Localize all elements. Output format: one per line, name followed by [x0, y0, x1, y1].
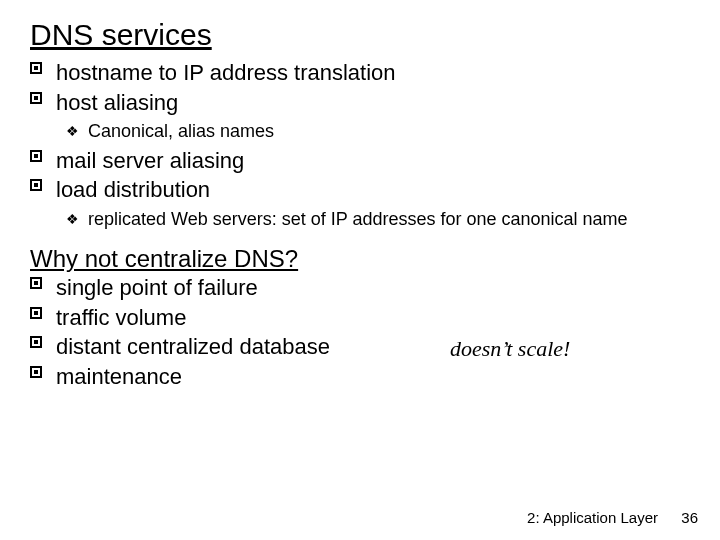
list-item: distant centralized database	[30, 333, 690, 361]
sub-list-item: ❖ Canonical, alias names	[30, 120, 690, 143]
list-item: single point of failure	[30, 274, 690, 302]
diamond-bullet-icon: ❖	[66, 124, 79, 138]
list-item-text: hostname to IP address translation	[56, 60, 396, 85]
list-item-text: load distribution	[56, 177, 210, 202]
heading-why-not-centralize: Why not centralize DNS?	[30, 246, 690, 272]
heading-dns-services: DNS services	[30, 18, 690, 51]
slide: DNS services hostname to IP address tran…	[0, 0, 720, 540]
sub-list-item-text: replicated Web servers: set of IP addres…	[88, 209, 628, 229]
list-item-text: distant centralized database	[56, 334, 330, 359]
sub-list-item: ❖ replicated Web servers: set of IP addr…	[30, 208, 690, 231]
doesnt-scale-note: doesn’t scale!	[450, 336, 570, 362]
list-item-text: maintenance	[56, 364, 182, 389]
square-bullet-icon	[30, 150, 42, 162]
list-item: load distribution	[30, 176, 690, 204]
centralize-block: single point of failure traffic volume d…	[30, 274, 690, 390]
list-item-text: host aliasing	[56, 90, 178, 115]
list-item: host aliasing	[30, 89, 690, 117]
sub-list-item-text: Canonical, alias names	[88, 121, 274, 141]
square-bullet-icon	[30, 62, 42, 74]
list-item: traffic volume	[30, 304, 690, 332]
list-item-text: traffic volume	[56, 305, 186, 330]
list-item-text: mail server aliasing	[56, 148, 244, 173]
square-bullet-icon	[30, 336, 42, 348]
square-bullet-icon	[30, 179, 42, 191]
list-item: hostname to IP address translation	[30, 59, 690, 87]
footer-page-number: 36	[681, 509, 698, 526]
list-item-text: single point of failure	[56, 275, 258, 300]
square-bullet-icon	[30, 277, 42, 289]
square-bullet-icon	[30, 307, 42, 319]
diamond-bullet-icon: ❖	[66, 212, 79, 226]
square-bullet-icon	[30, 92, 42, 104]
list-item: mail server aliasing	[30, 147, 690, 175]
list-item: maintenance	[30, 363, 690, 391]
square-bullet-icon	[30, 366, 42, 378]
footer-chapter-label: 2: Application Layer	[527, 509, 658, 526]
